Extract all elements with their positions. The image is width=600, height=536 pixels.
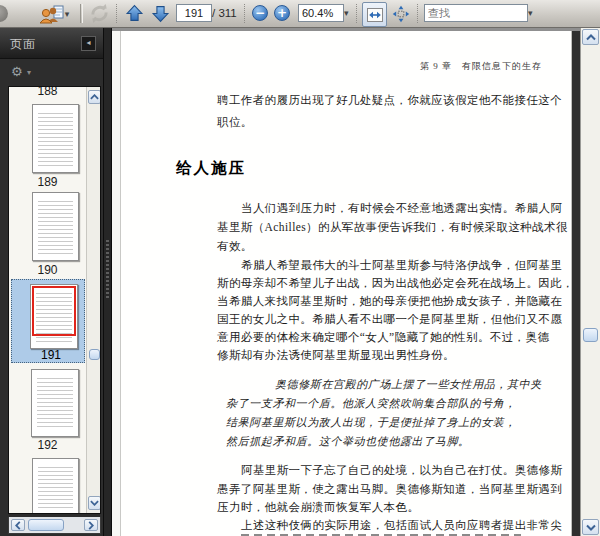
section-heading: 给人施压 — [176, 158, 246, 179]
chevron-left-icon — [15, 521, 21, 530]
up-arrow-icon — [125, 4, 144, 23]
body-line: 当人们遇到压力时，有时候会不经意地透露出实情。希腊人阿 — [241, 201, 562, 216]
collapse-panel-button[interactable]: ◂ — [81, 36, 96, 51]
quote-line: 结果阿基里斯以为敌人出现，于是便扯掉了身上的女装， — [226, 415, 516, 430]
toolbar-separator — [244, 4, 246, 23]
thumbnail-label-190: 190 — [9, 263, 86, 277]
thumbnail-label-191: 191 — [14, 348, 88, 362]
fit-width-icon — [366, 7, 384, 23]
document-vertical-scrollbar[interactable] — [580, 28, 600, 536]
body-line: 压力时，他就会崩溃而恢复军人本色。 — [217, 500, 419, 515]
body-line: 有效。 — [217, 239, 253, 254]
page-thumbnail-192[interactable] — [31, 369, 79, 437]
thumbnail-content — [38, 113, 73, 166]
fit-page-icon — [392, 5, 410, 23]
clipped-tool-icon[interactable] — [0, 5, 8, 22]
toolbar-separator — [417, 4, 419, 23]
toolbar-separator — [356, 4, 358, 23]
page-view-indicator[interactable] — [32, 286, 76, 336]
toolbar-separator — [116, 4, 118, 23]
thumbnail-content — [38, 467, 73, 509]
fit-page-button[interactable] — [389, 2, 412, 25]
scroll-down-button[interactable] — [88, 496, 101, 510]
scrollbar-thumb[interactable] — [583, 328, 598, 342]
body-line: 职位。 — [217, 115, 253, 130]
find-input[interactable] — [424, 4, 528, 22]
selected-thumbnail-highlight: 191 — [11, 279, 85, 363]
scroll-up-button[interactable] — [582, 29, 599, 45]
quote-line: 杂了一支矛和一个盾。他派人突然吹响集合部队的号角， — [226, 396, 516, 411]
page-number-input[interactable] — [176, 4, 212, 22]
page-shadow — [572, 31, 580, 536]
body-line: 上述这种伎俩的实际用途，包括面试人员向应聘者提出非常尖 — [241, 518, 562, 533]
body-line: 意用必要的体检来确定哪个“女人”隐藏了她的性别。不过，奥德 — [217, 330, 549, 345]
toolbar-separator — [80, 4, 82, 23]
page-thumbnail-190[interactable] — [32, 192, 79, 261]
document-pane: 第 9 章 有限信息下的生存 聘工作者的履历出现了好几处疑点，你就应该假定他不能… — [112, 28, 580, 536]
running-header: 第 9 章 有限信息下的生存 — [420, 60, 542, 73]
thumbnail-label-189: 189 — [9, 175, 86, 189]
scroll-down-button[interactable] — [582, 519, 599, 535]
zoom-level-input[interactable] — [298, 4, 344, 22]
body-line: 愚弄了阿基里斯，使之露出马脚。奥德修斯知道，当阿基里斯遇到 — [217, 482, 562, 497]
chevron-up-icon — [586, 34, 596, 41]
body-line: 聘工作者的履历出现了好几处疑点，你就应该假定他不能接任这个 — [217, 93, 562, 108]
quote-line: 奥德修斯在宫殿的广场上摆了一些女性用品，其中夹 — [275, 377, 542, 392]
zoom-out-button[interactable]: − — [252, 5, 268, 21]
pdf-reader-window: ▾ / 311 − + ▾ — [0, 0, 600, 536]
chevron-up-icon — [90, 94, 99, 100]
body-line: 希腊人希望最伟大的斗士阿基里斯参与特洛伊战争，但阿基里 — [241, 258, 562, 273]
thumbnail-list: 188 189 190 191 192 — [8, 86, 101, 514]
thumbnail-label-192: 192 — [9, 438, 86, 452]
zoom-in-button[interactable]: + — [274, 5, 290, 21]
page-total-label: / 311 — [212, 7, 237, 19]
down-arrow-icon — [151, 4, 170, 23]
splitter-grip — [106, 240, 109, 300]
pages-panel-header: 页面 ◂ — [0, 28, 103, 59]
document-page: 第 9 章 有限信息下的生存 聘工作者的履历出现了好几处疑点，你就应该假定他不能… — [120, 31, 572, 536]
plus-icon: + — [277, 6, 287, 20]
body-line: 修斯却有办法诱使阿基里斯显现出男性身份。 — [217, 348, 455, 363]
body-line: 国王的女儿之中。希腊人看不出哪一个是阿基里斯，但他们又不愿 — [217, 312, 562, 327]
pages-panel-title: 页面 — [10, 36, 36, 53]
next-page-button[interactable] — [148, 2, 172, 25]
thumbnail-horizontal-scrollbar[interactable] — [8, 517, 101, 534]
page-thumbnail-189[interactable] — [32, 104, 79, 173]
chevron-down-icon — [90, 500, 99, 506]
thumbnail-vertical-scrollbar[interactable] — [86, 87, 101, 513]
toolbar: ▾ / 311 − + ▾ — [0, 0, 600, 28]
zoom-caret-icon[interactable]: ▾ — [344, 7, 349, 19]
panel-options-caret-icon[interactable]: ▾ — [27, 68, 31, 77]
chevron-right-icon — [88, 521, 94, 530]
body-line: 阿基里斯一下子忘了自己的处境，以为自己在打仗。奥德修斯 — [241, 463, 562, 478]
minus-icon: − — [255, 6, 265, 20]
thumbnail-content — [38, 201, 73, 254]
scrollbar-thumb[interactable] — [28, 519, 64, 531]
body-line: 当希腊人来找阿基里斯时，她的母亲便把他扮成女孩子，并隐藏在 — [217, 294, 562, 309]
collapse-arrow-icon: ◂ — [86, 38, 90, 47]
scrollbar-thumb[interactable] — [89, 349, 100, 360]
panel-options-button[interactable]: ⚙ — [11, 64, 23, 79]
fit-width-button[interactable] — [362, 2, 387, 27]
collaborate-button[interactable]: ▾ — [36, 2, 72, 25]
find-caret-icon[interactable]: ▾ — [528, 7, 533, 19]
page-thumbnail-193[interactable] — [32, 458, 79, 514]
scroll-up-button[interactable] — [88, 90, 101, 104]
chevron-down-icon — [586, 524, 596, 531]
circular-arrows-icon — [89, 3, 110, 24]
body-line: 斯的母亲却不希望儿子出战，因为出战他必定会死在战场上。因此， — [217, 276, 572, 291]
previous-page-button[interactable] — [122, 2, 146, 25]
collaborate-people-icon — [39, 4, 65, 24]
page-thumbnail-191[interactable] — [30, 284, 78, 349]
sync-disabled-button[interactable] — [86, 2, 112, 25]
scroll-left-button[interactable] — [11, 519, 25, 531]
quote-line: 然后抓起矛和盾。这个举动也使他露出了马脚。 — [226, 434, 470, 449]
pages-panel: 页面 ◂ ⚙ ▾ 188 189 190 191 — [0, 28, 103, 536]
body-line: 基里斯（Achilles）的从军故事便告诉我们，有时候采取这种战术很 — [217, 220, 568, 235]
panel-splitter[interactable] — [103, 28, 112, 536]
collaborate-caret-icon: ▾ — [65, 8, 70, 20]
thumbnail-content — [37, 378, 73, 430]
scroll-right-button[interactable] — [84, 519, 98, 531]
thumbnail-label-188: 188 — [9, 86, 86, 98]
